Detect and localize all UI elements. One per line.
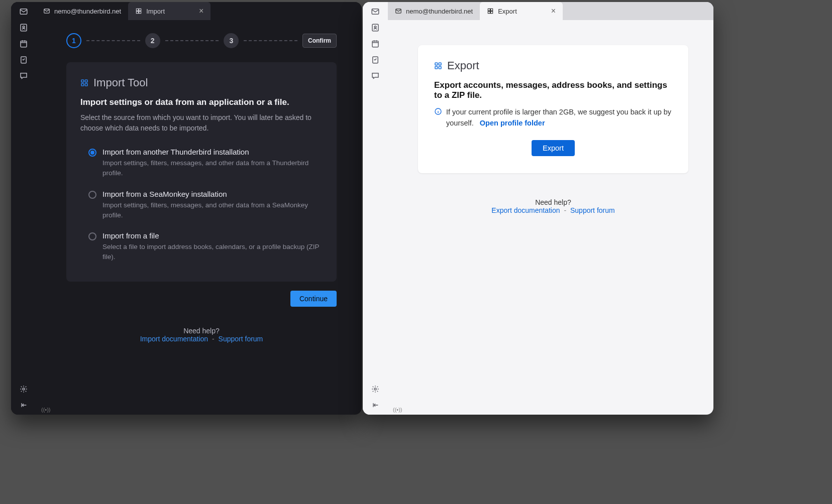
svg-point-2	[23, 26, 25, 28]
help-block: Need help? Import documentation - Suppor…	[66, 327, 337, 343]
radio-icon[interactable]	[88, 232, 96, 240]
card-subtitle: Import settings or data from an applicat…	[80, 97, 323, 107]
svg-rect-26	[435, 63, 438, 65]
grid-icon	[434, 62, 442, 70]
radio-icon[interactable]	[88, 149, 96, 157]
collapse-icon[interactable]	[19, 401, 28, 410]
card-desc: Select the source from which you want to…	[80, 112, 323, 134]
svg-rect-11	[81, 80, 84, 82]
help-block: Need help? Export documentation - Suppor…	[418, 198, 688, 214]
calendar-icon[interactable]	[19, 39, 28, 48]
status-bar: ((•))	[36, 405, 61, 415]
svg-rect-13	[81, 83, 84, 86]
support-forum-link[interactable]: Support forum	[570, 206, 615, 214]
settings-icon[interactable]	[19, 385, 28, 394]
svg-rect-28	[435, 66, 438, 69]
svg-rect-12	[85, 80, 87, 82]
tab-strip: nemo@thunderbird.net Import ×	[11, 2, 362, 20]
export-button[interactable]: Export	[532, 140, 575, 156]
need-help-label: Need help?	[418, 198, 688, 206]
option-thunderbird[interactable]: Import from another Thunderbird installa…	[80, 148, 323, 179]
svg-rect-14	[85, 83, 87, 86]
mail-account-icon	[395, 8, 402, 15]
option-seamonkey[interactable]: Import from a SeaMonkey installation Imp…	[80, 190, 323, 221]
tab-label: nemo@thunderbird.net	[406, 8, 473, 15]
mail-icon[interactable]	[19, 7, 28, 16]
tab-export[interactable]: Export ×	[480, 2, 563, 20]
collapse-icon[interactable]	[371, 401, 380, 410]
option-label: Import from a SeaMonkey installation	[102, 190, 323, 198]
need-help-label: Need help?	[66, 327, 337, 335]
svg-point-20	[374, 388, 376, 390]
tab-label: Export	[498, 8, 517, 15]
svg-rect-7	[137, 9, 139, 11]
svg-rect-3	[21, 41, 27, 47]
support-forum-link[interactable]: Support forum	[219, 335, 263, 343]
addressbook-icon[interactable]	[19, 23, 28, 32]
grid-icon	[80, 79, 88, 87]
step-1: 1	[66, 33, 81, 48]
tab-strip: nemo@thunderbird.net Export ×	[363, 2, 713, 20]
option-file[interactable]: Import from a file Select a file to impo…	[80, 231, 323, 263]
mail-icon[interactable]	[371, 7, 380, 16]
separator: -	[564, 206, 566, 214]
close-icon[interactable]: ×	[551, 7, 556, 15]
import-card: Import Tool Import settings or data from…	[66, 62, 337, 282]
svg-rect-18	[372, 41, 378, 47]
svg-rect-22	[488, 9, 490, 11]
step-3: 3	[224, 33, 239, 48]
step-line	[86, 40, 140, 41]
svg-rect-10	[139, 12, 141, 14]
svg-rect-29	[439, 66, 441, 69]
svg-point-17	[374, 26, 376, 28]
card-title: Export	[447, 59, 479, 72]
continue-button[interactable]: Continue	[290, 291, 337, 307]
tab-label: nemo@thunderbird.net	[54, 8, 121, 15]
step-line	[165, 40, 219, 41]
import-content: 1 2 3 Confirm Import Tool Import setting…	[36, 20, 362, 405]
import-window: nemo@thunderbird.net Import × 1 2 3 Conf…	[11, 2, 362, 415]
sidebar	[11, 2, 36, 415]
radio-icon[interactable]	[88, 191, 96, 199]
svg-rect-9	[137, 12, 139, 14]
calendar-icon[interactable]	[371, 39, 380, 48]
step-confirm: Confirm	[302, 34, 337, 48]
chat-icon[interactable]	[371, 71, 380, 80]
notice: If your current profile is larger than 2…	[434, 106, 672, 129]
svg-rect-23	[491, 9, 493, 11]
import-tab-icon	[135, 8, 142, 15]
separator: -	[212, 335, 215, 343]
export-doc-link[interactable]: Export documentation	[491, 206, 560, 214]
tab-label: Import	[146, 8, 165, 15]
chat-icon[interactable]	[19, 71, 28, 80]
settings-icon[interactable]	[371, 385, 380, 394]
export-tab-icon	[487, 8, 494, 15]
info-icon	[434, 107, 442, 115]
import-doc-link[interactable]: Import documentation	[140, 335, 208, 343]
export-card: Export Export accounts, messages, addres…	[418, 45, 688, 173]
export-window: nemo@thunderbird.net Export × Export Exp…	[363, 2, 713, 415]
sync-icon: ((•))	[393, 407, 402, 413]
status-bar: ((•))	[388, 405, 413, 415]
step-2: 2	[145, 33, 160, 48]
card-subtitle: Export accounts, messages, address books…	[434, 80, 672, 100]
tasks-icon[interactable]	[19, 55, 28, 64]
svg-rect-24	[488, 12, 490, 14]
stepper: 1 2 3 Confirm	[66, 33, 337, 48]
tab-account[interactable]: nemo@thunderbird.net	[36, 2, 128, 20]
export-content: Export Export accounts, messages, addres…	[388, 20, 713, 405]
svg-rect-27	[439, 63, 441, 65]
sidebar	[363, 2, 388, 415]
option-desc: Import settings, filters, messages, and …	[102, 158, 323, 179]
addressbook-icon[interactable]	[371, 23, 380, 32]
sync-icon: ((•))	[41, 407, 51, 413]
mail-account-icon	[43, 8, 50, 15]
option-desc: Select a file to import address books, c…	[102, 242, 323, 263]
close-icon[interactable]: ×	[199, 7, 203, 15]
tab-import[interactable]: Import ×	[128, 2, 211, 20]
tasks-icon[interactable]	[371, 55, 380, 64]
option-desc: Import settings, filters, messages, and …	[102, 200, 323, 221]
tab-account[interactable]: nemo@thunderbird.net	[388, 2, 480, 20]
step-line	[244, 40, 297, 41]
open-profile-folder-link[interactable]: Open profile folder	[480, 119, 545, 127]
